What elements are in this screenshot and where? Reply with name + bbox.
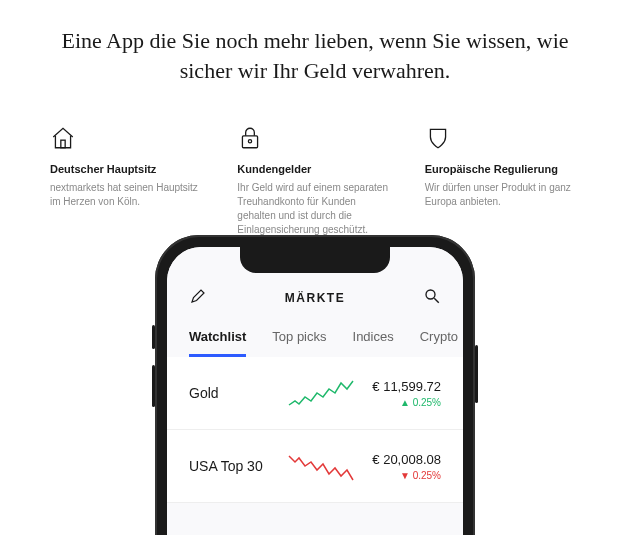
search-icon[interactable] (423, 287, 441, 309)
features-row: Deutscher Hauptsitz nextmarkets hat sein… (0, 85, 630, 257)
tab-watchlist[interactable]: Watchlist (189, 329, 246, 357)
market-list: Gold € 11,599.72 0.25% USA Top 30 (167, 357, 463, 503)
row-values: € 20,008.08 0.25% (369, 452, 441, 481)
sparkline-down-icon (287, 448, 357, 484)
shield-icon (425, 125, 580, 153)
app-title: MÄRKTE (285, 291, 345, 305)
edit-icon[interactable] (189, 287, 207, 309)
market-row-usa-top-30[interactable]: USA Top 30 € 20,008.08 0.25% (167, 430, 463, 503)
svg-rect-0 (61, 141, 65, 149)
tab-indices[interactable]: Indices (353, 329, 394, 357)
feature-kundengelder: Kundengelder Ihr Geld wird auf einem sep… (237, 125, 392, 237)
row-price: € 20,008.08 (369, 452, 441, 467)
row-price: € 11,599.72 (369, 379, 441, 394)
market-tabs: Watchlist Top picks Indices Crypto (167, 323, 463, 357)
feature-title: Deutscher Hauptsitz (50, 163, 205, 175)
feature-desc: Wir dürfen unser Produkt in ganz Europa … (425, 181, 580, 209)
lock-icon (237, 125, 392, 153)
tab-top-picks[interactable]: Top picks (272, 329, 326, 357)
svg-rect-1 (243, 136, 258, 148)
market-row-gold[interactable]: Gold € 11,599.72 0.25% (167, 357, 463, 430)
tab-crypto[interactable]: Crypto (420, 329, 458, 357)
svg-point-2 (249, 140, 252, 143)
row-values: € 11,599.72 0.25% (369, 379, 441, 408)
feature-title: Europäische Regulierung (425, 163, 580, 175)
feature-desc: nextmarkets hat seinen Hauptsitz im Herz… (50, 181, 205, 209)
feature-regulierung: Europäische Regulierung Wir dürfen unser… (425, 125, 580, 237)
feature-title: Kundengelder (237, 163, 392, 175)
row-change: 0.25% (369, 470, 441, 481)
sparkline-up-icon (287, 375, 357, 411)
svg-point-3 (426, 290, 435, 299)
phone-notch (240, 247, 390, 273)
phone-mockup: MÄRKTE Watchlist Top picks Indices Crypt… (155, 235, 475, 535)
row-name: USA Top 30 (189, 458, 275, 474)
row-name: Gold (189, 385, 275, 401)
feature-hauptsitz: Deutscher Hauptsitz nextmarkets hat sein… (50, 125, 205, 237)
row-change: 0.25% (369, 397, 441, 408)
page-headline: Eine App die Sie noch mehr lieben, wenn … (0, 0, 630, 85)
house-icon (50, 125, 205, 153)
feature-desc: Ihr Geld wird auf einem separaten Treuha… (237, 181, 392, 237)
